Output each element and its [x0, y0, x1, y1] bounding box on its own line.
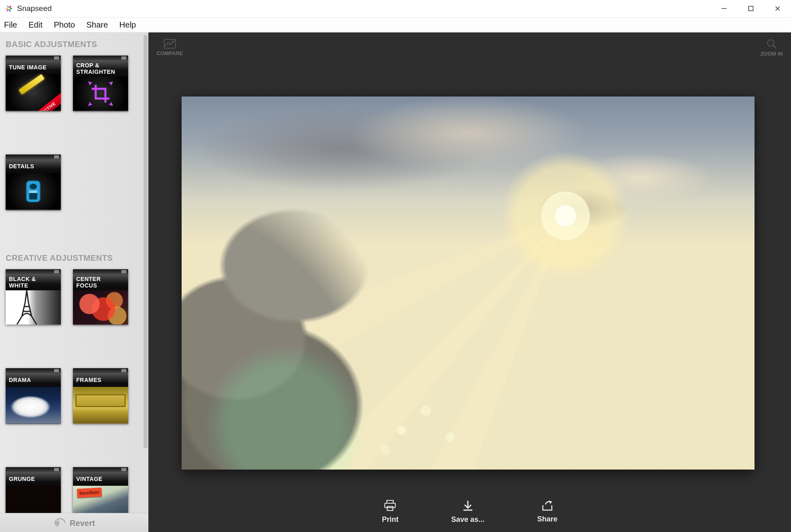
print-button[interactable]: Print — [382, 500, 399, 524]
app-icon — [4, 4, 14, 13]
share-label: Share — [537, 515, 557, 523]
vintage-sign: bourbon — [77, 487, 102, 498]
window-title: Snapseed — [17, 4, 711, 13]
tile-black-white[interactable]: BLACK & WHITE — [6, 269, 61, 324]
tile-crop-straighten[interactable]: CROP & STRAIGHTEN — [73, 56, 128, 111]
zoom-label: ZOOM IN — [760, 51, 783, 57]
tile-label: DRAMA — [9, 377, 31, 383]
print-label: Print — [382, 515, 399, 524]
tile-label: CROP & STRAIGHTEN — [76, 62, 115, 75]
frame-icon — [73, 387, 128, 423]
svg-rect-12 — [29, 191, 37, 193]
photo-preview[interactable] — [182, 97, 755, 470]
sidebar: BASIC ADJUSTMENTS TUNE IMAGE SELECTIVE — [0, 32, 148, 532]
viewer-actions: Print Save as... Share — [148, 491, 791, 532]
svg-rect-19 — [385, 503, 395, 508]
menu-photo[interactable]: Photo — [48, 17, 81, 32]
tile-vintage[interactable]: VINTAGE bourbon — [73, 467, 128, 513]
share-icon — [541, 500, 553, 511]
tile-label: BLACK & WHITE — [9, 276, 36, 289]
section-header-basic: BASIC ADJUSTMENTS — [6, 40, 140, 49]
section-header-creative: CREATIVE ADJUSTMENTS — [6, 253, 140, 263]
viewer: COMPARE ZOOM IN Prin — [148, 32, 791, 532]
sidebar-scrollbar[interactable] — [143, 32, 148, 532]
canvas-area[interactable] — [148, 60, 791, 491]
svg-point-10 — [30, 184, 37, 189]
menu-edit[interactable]: Edit — [23, 17, 48, 32]
tile-label: TUNE IMAGE — [9, 64, 47, 71]
svg-rect-20 — [387, 506, 393, 511]
svg-rect-18 — [387, 500, 393, 503]
tile-frames[interactable]: FRAMES — [73, 368, 128, 423]
menubar: File Edit Photo Share Help — [0, 17, 791, 32]
share-button[interactable]: Share — [537, 500, 557, 523]
close-button[interactable] — [764, 0, 791, 17]
sidebar-scroll: BASIC ADJUSTMENTS TUNE IMAGE SELECTIVE — [0, 32, 148, 513]
revert-icon — [54, 518, 66, 528]
scrollbar-thumb[interactable] — [144, 35, 148, 448]
eiffel-icon — [6, 290, 61, 324]
basic-tiles: TUNE IMAGE SELECTIVE CROP & STRAIGHTEN — [6, 56, 140, 253]
compare-label: COMPARE — [156, 50, 183, 56]
save-as-label: Save as... — [451, 515, 484, 524]
vintage-icon: bourbon — [73, 486, 128, 513]
print-icon — [384, 500, 396, 511]
tile-label: FRAMES — [76, 377, 101, 383]
download-icon — [462, 500, 474, 511]
selective-badge: SELECTIVE — [24, 92, 61, 111]
window-titlebar: Snapseed — [0, 0, 791, 17]
creative-tiles: BLACK & WHITE CENTER FOCUS — [6, 269, 140, 513]
svg-rect-2 — [749, 6, 753, 11]
menu-file[interactable]: File — [0, 17, 23, 32]
crop-icon — [73, 77, 128, 111]
tile-grunge[interactable]: GRUNGE — [6, 467, 61, 513]
zoom-icon — [766, 39, 777, 49]
revert-button[interactable]: Revert — [0, 513, 148, 532]
svg-marker-23 — [549, 500, 552, 504]
tile-label: GRUNGE — [9, 476, 35, 482]
compare-button[interactable]: COMPARE — [156, 39, 183, 56]
viewer-toolbar: COMPARE ZOOM IN — [148, 32, 791, 60]
window-controls — [711, 0, 791, 17]
save-as-button[interactable]: Save as... — [451, 500, 484, 524]
minimize-button[interactable] — [711, 0, 737, 17]
tile-tune-image[interactable]: TUNE IMAGE SELECTIVE — [6, 56, 61, 111]
svg-line-17 — [773, 45, 776, 48]
tile-details[interactable]: DETAILS — [6, 154, 61, 210]
tile-drama[interactable]: DRAMA — [6, 368, 61, 423]
wrench-icon: SELECTIVE — [6, 74, 61, 111]
svg-point-15 — [171, 41, 174, 43]
maximize-button[interactable] — [737, 0, 764, 17]
tile-center-focus[interactable]: CENTER FOCUS — [73, 269, 128, 324]
zoom-in-button[interactable]: ZOOM IN — [760, 39, 783, 57]
svg-marker-6 — [109, 102, 112, 105]
revert-label: Revert — [70, 519, 95, 528]
svg-marker-7 — [109, 82, 112, 86]
svg-marker-8 — [89, 102, 92, 105]
tile-label: VINTAGE — [76, 476, 103, 482]
tile-label: DETAILS — [9, 163, 34, 169]
brick-icon — [6, 486, 61, 513]
tile-label: CENTER FOCUS — [76, 276, 101, 289]
sharpener-icon — [6, 173, 61, 210]
menu-share[interactable]: Share — [81, 17, 114, 32]
compare-icon — [164, 39, 176, 49]
menu-help[interactable]: Help — [114, 17, 141, 32]
svg-marker-5 — [89, 82, 92, 86]
cloud-icon — [6, 387, 61, 423]
bokeh-icon — [73, 290, 128, 324]
workspace: BASIC ADJUSTMENTS TUNE IMAGE SELECTIVE — [0, 32, 791, 532]
